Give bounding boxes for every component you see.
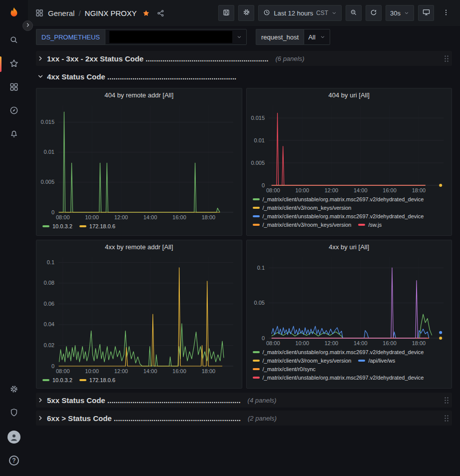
legend-item[interactable]: /_matrix/client/v3/room_keys/version — [253, 357, 352, 365]
dashboard-row-1xx-3xx-2xx[interactable]: 1xx - 3xx - 2xx Status Code ............… — [36, 51, 452, 66]
legend-series-name: 172.18.0.6 — [89, 222, 115, 230]
svg-text:14:00: 14:00 — [143, 214, 157, 220]
svg-text:0.01: 0.01 — [254, 137, 264, 143]
chevron-down-icon — [236, 34, 242, 40]
legend-item[interactable]: /_matrix/client/unstable/org.matrix.msc2… — [253, 374, 424, 382]
datasource-variable: DS_PROMETHEUS — [36, 29, 247, 45]
time-series-chart[interactable]: 00.050.108:0010:0012:0014:0016:0018:00 — [249, 253, 450, 347]
svg-text:12:00: 12:00 — [114, 368, 128, 374]
legend-item[interactable]: 10.0.3.2 — [42, 222, 72, 230]
svg-text:10:00: 10:00 — [295, 340, 309, 346]
svg-text:14:00: 14:00 — [353, 340, 367, 346]
legend-color-swatch — [79, 225, 86, 227]
svg-text:0: 0 — [261, 182, 264, 188]
panel-header[interactable]: 4xx by remote addr [All] — [36, 240, 242, 253]
sidebar: ? — [0, 0, 28, 476]
sidebar-expand-button[interactable] — [22, 20, 33, 31]
sidebar-item-alerting[interactable] — [0, 123, 28, 146]
panel-header[interactable]: 4xx by uri [All] — [247, 240, 452, 253]
user-avatar — [7, 431, 20, 444]
favorite-star-icon[interactable] — [142, 9, 150, 17]
legend-item[interactable]: 172.18.0.6 — [79, 376, 115, 384]
legend-series-name: 10.0.3.2 — [52, 376, 72, 384]
sidebar-item-dashboards[interactable] — [0, 76, 28, 99]
legend-item[interactable]: /_matrix/client/unstable/org.matrix.msc2… — [253, 348, 424, 356]
legend-color-swatch — [253, 198, 260, 200]
svg-text:0.015: 0.015 — [251, 115, 265, 121]
sidebar-item-profile[interactable] — [0, 425, 28, 449]
svg-text:10:00: 10:00 — [85, 214, 99, 220]
dashboard-row-6xx[interactable]: 6xx > Status Code ......................… — [36, 411, 452, 426]
panel-header[interactable]: 404 by remote addr [All] — [36, 88, 242, 101]
request-host-value-dropdown[interactable]: All — [304, 29, 330, 45]
svg-text:0.015: 0.015 — [40, 119, 54, 125]
sidebar-item-starred[interactable] — [0, 52, 28, 76]
shield-icon — [9, 408, 19, 420]
toolbar-actions: Last 12 hours CST 30s — [218, 5, 454, 21]
svg-text:0.05: 0.05 — [254, 300, 264, 306]
legend-series-name: /_matrix/client/r0/sync — [263, 365, 316, 373]
chevron-down-icon — [404, 10, 410, 16]
panel-title-text: 404 by remote addr [All] — [104, 91, 173, 99]
legend-item[interactable]: 10.0.3.2 — [42, 376, 72, 384]
time-series-chart[interactable]: 00.020.040.060.080.108:0010:0012:0014:00… — [38, 253, 239, 375]
request-host-variable-label[interactable]: request_host — [256, 29, 304, 45]
row-drag-handle[interactable] — [444, 414, 449, 423]
row-title: 4xx Status Code ........................… — [47, 72, 236, 81]
save-dashboard-button[interactable] — [218, 5, 234, 21]
chevron-right-icon — [25, 22, 31, 29]
refresh-interval-label: 30s — [390, 9, 401, 17]
legend-color-swatch — [79, 379, 86, 381]
chevron-down-icon — [320, 34, 326, 40]
legend-series-name: /sw.js — [368, 221, 382, 229]
legend-series-name: /_matrix/client/v3/room_keys/version — [263, 204, 352, 212]
legend-item[interactable]: /_matrix/client/r0/sync — [253, 365, 316, 373]
svg-text:08:00: 08:00 — [56, 368, 70, 374]
datasource-value-dropdown[interactable] — [105, 29, 247, 45]
legend-color-swatch — [253, 368, 260, 370]
legend-series-name: /api/live/ws — [368, 357, 395, 365]
breadcrumb-section[interactable]: General — [48, 9, 74, 17]
legend-item[interactable]: /_matrix/client/v3/room_keys/version — [253, 221, 352, 229]
dashboard-row-5xx[interactable]: 5xx Status Code ........................… — [36, 393, 452, 408]
panel-header[interactable]: 404 by uri [All] — [247, 88, 452, 101]
refresh-button[interactable] — [366, 5, 382, 21]
svg-text:14:00: 14:00 — [143, 368, 157, 374]
svg-text:18:00: 18:00 — [412, 340, 426, 346]
dashboard-title: NGINX PROXY — [85, 9, 137, 17]
row-drag-handle[interactable] — [444, 396, 449, 405]
legend-item[interactable]: /sw.js — [358, 221, 382, 229]
refresh-interval-dropdown[interactable]: 30s — [386, 5, 414, 21]
sidebar-item-help[interactable]: ? — [0, 449, 28, 472]
toolbar-kebab-menu[interactable] — [438, 5, 454, 21]
sidebar-item-explore[interactable] — [0, 99, 28, 123]
grafana-logo-icon[interactable] — [5, 5, 22, 22]
svg-text:0: 0 — [51, 363, 54, 369]
time-range-picker[interactable]: Last 12 hours CST — [258, 5, 342, 21]
legend-series-name: 10.0.3.2 — [52, 222, 72, 230]
zoom-out-button[interactable] — [346, 5, 362, 21]
legend-color-swatch — [253, 215, 260, 217]
sidebar-item-server-admin[interactable] — [0, 402, 28, 425]
time-series-chart[interactable]: 00.0050.010.01508:0010:0012:0014:0016:00… — [38, 101, 239, 221]
dashboard-settings-button[interactable] — [238, 5, 254, 21]
dashboard-canvas: 1xx - 3xx - 2xx Status Code ............… — [28, 48, 460, 476]
dashboard-row-4xx[interactable]: 4xx Status Code ........................… — [36, 69, 452, 84]
legend-item[interactable]: /_matrix/client/unstable/org.matrix.msc2… — [253, 195, 424, 203]
sidebar-item-configuration[interactable] — [0, 378, 28, 402]
share-icon[interactable] — [156, 9, 165, 17]
time-series-chart[interactable]: 00.0050.010.01508:0010:0012:0014:0016:00… — [249, 101, 450, 194]
legend-item[interactable]: 172.18.0.6 — [79, 222, 115, 230]
row-drag-handle[interactable] — [444, 54, 449, 63]
legend-item[interactable]: /_matrix/client/v3/room_keys/version — [253, 204, 352, 212]
datasource-variable-label[interactable]: DS_PROMETHEUS — [36, 29, 105, 45]
svg-text:0.1: 0.1 — [47, 259, 54, 265]
legend-item[interactable]: /api/live/ws — [358, 357, 395, 365]
legend-item[interactable]: /_matrix/client/unstable/org.matrix.msc2… — [253, 212, 424, 220]
sidebar-item-search[interactable] — [0, 29, 28, 52]
kiosk-mode-button[interactable] — [418, 5, 434, 21]
svg-text:10:00: 10:00 — [85, 368, 99, 374]
svg-text:16:00: 16:00 — [172, 214, 186, 220]
svg-text:08:00: 08:00 — [266, 340, 280, 346]
svg-text:0: 0 — [51, 209, 54, 215]
